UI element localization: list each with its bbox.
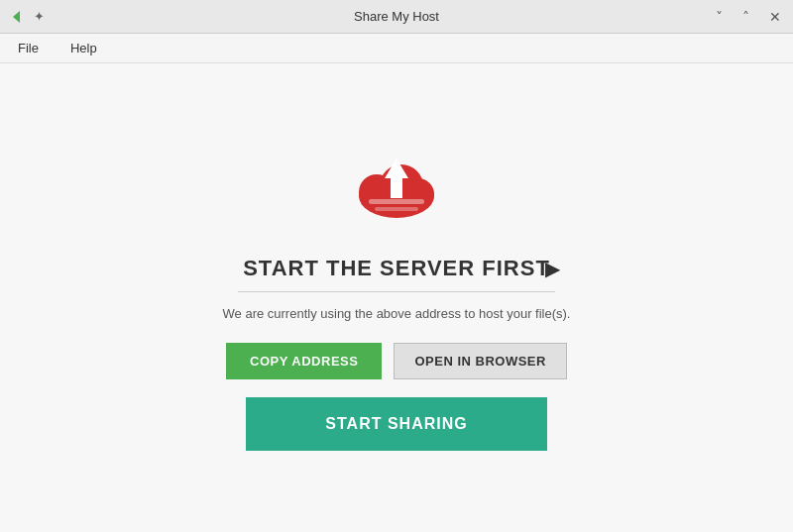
menu-file[interactable]: File	[12, 37, 45, 59]
menu-help[interactable]: Help	[64, 37, 103, 59]
menu-bar: File Help	[0, 34, 793, 63]
start-sharing-button[interactable]: START SHARING	[246, 397, 546, 451]
window-title: Share My Host	[354, 9, 439, 24]
title-bar: ✦ Share My Host ˅ ˄ ✕	[0, 0, 793, 34]
heading-divider	[238, 291, 555, 292]
svg-rect-5	[369, 199, 424, 204]
subtitle-text: We are currently using the above address…	[223, 306, 571, 321]
open-browser-button[interactable]: OPEN IN BROWSER	[394, 343, 566, 379]
back-icon[interactable]	[8, 7, 28, 27]
copy-address-button[interactable]: COPY ADDRESS	[226, 343, 382, 379]
action-buttons: COPY ADDRESS OPEN IN BROWSER	[226, 343, 567, 379]
close-button[interactable]: ✕	[765, 8, 785, 26]
svg-rect-6	[375, 207, 418, 211]
title-bar-left: ✦	[8, 7, 45, 27]
chevron-down-btn[interactable]: ˅	[712, 8, 727, 26]
main-heading: START THE SERVER FIRST	[243, 256, 550, 281]
pin-icon[interactable]: ✦	[34, 9, 45, 24]
svg-marker-0	[13, 11, 20, 23]
svg-point-4	[402, 178, 434, 210]
chevron-up-btn[interactable]: ˄	[738, 8, 753, 26]
title-bar-controls: ˅ ˄ ✕	[712, 8, 785, 26]
cloud-logo	[347, 145, 446, 228]
main-content: START THE SERVER FIRST We are currently …	[0, 63, 793, 532]
